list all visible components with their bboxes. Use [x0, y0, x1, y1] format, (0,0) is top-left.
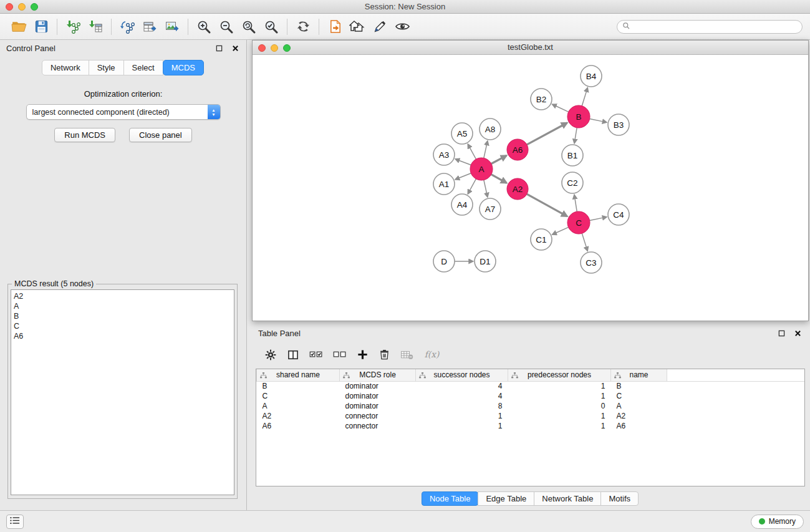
- column-header[interactable]: MCDS role: [340, 369, 416, 381]
- graph-edge[interactable]: [590, 119, 607, 123]
- deselect-all-button[interactable]: [333, 349, 347, 362]
- task-history-button[interactable]: [6, 515, 24, 529]
- table-cell[interactable]: 1: [508, 381, 611, 391]
- graph-edge[interactable]: [527, 194, 567, 216]
- graph-node[interactable]: D1: [475, 251, 496, 272]
- table-cell[interactable]: A6: [257, 421, 340, 431]
- graph-node[interactable]: A6: [507, 139, 528, 160]
- result-item[interactable]: C: [11, 321, 234, 331]
- graph-node[interactable]: A2: [507, 178, 528, 200]
- tab-network-table[interactable]: Network Table: [534, 491, 601, 506]
- column-header[interactable]: shared name: [257, 369, 340, 381]
- zoom-out-button[interactable]: [215, 16, 238, 37]
- graph-edge[interactable]: [468, 144, 476, 159]
- delete-table-button[interactable]: [400, 349, 413, 362]
- table-cell[interactable]: C: [257, 391, 340, 401]
- graph-node[interactable]: A: [470, 158, 493, 180]
- gear-button[interactable]: [264, 349, 277, 363]
- table-cell[interactable]: connector: [340, 421, 416, 431]
- graph-edge[interactable]: [455, 159, 471, 165]
- graph-node[interactable]: A3: [433, 144, 455, 165]
- tab-motifs[interactable]: Motifs: [600, 491, 639, 506]
- table-cell[interactable]: 1: [508, 421, 611, 431]
- graph-edge[interactable]: [574, 128, 577, 143]
- graph-edge[interactable]: [491, 155, 506, 163]
- column-header[interactable]: predecessor nodes: [508, 369, 611, 381]
- table-close-panel-icon[interactable]: [793, 328, 803, 338]
- graph-node[interactable]: C: [567, 211, 590, 234]
- graph-node[interactable]: C3: [581, 252, 602, 273]
- function-button[interactable]: f(x): [423, 349, 443, 362]
- network-minimize-button[interactable]: [271, 44, 278, 52]
- network-canvas[interactable]: B4B2BB3A8A5A6B1A3AC2A1A2A4A7C4CC1DD1C3: [253, 56, 807, 321]
- table-cell[interactable]: 1: [508, 391, 611, 401]
- table-cell[interactable]: 4: [416, 391, 508, 401]
- select-all-button[interactable]: [309, 349, 323, 362]
- search-input[interactable]: [634, 22, 797, 31]
- eye-button[interactable]: [391, 16, 413, 37]
- table-row[interactable]: Bdominator41B: [257, 381, 805, 391]
- table-cell[interactable]: A: [611, 401, 667, 411]
- table-cell[interactable]: A6: [611, 421, 667, 431]
- tab-network[interactable]: Network: [42, 60, 89, 75]
- search-box[interactable]: [617, 20, 803, 34]
- close-panel-icon[interactable]: [230, 43, 240, 53]
- graph-edge[interactable]: [552, 227, 569, 235]
- zoom-selected-button[interactable]: [260, 16, 282, 37]
- graph-node[interactable]: A5: [451, 123, 473, 144]
- graph-edge[interactable]: [582, 233, 587, 251]
- columns-button[interactable]: [287, 349, 299, 363]
- table-float-panel-icon[interactable]: [776, 328, 786, 338]
- pen-button[interactable]: [369, 16, 391, 37]
- memory-button[interactable]: Memory: [751, 515, 804, 529]
- graph-node[interactable]: C1: [531, 229, 552, 250]
- table-row[interactable]: Adominator80A: [257, 401, 805, 411]
- minimize-window-button[interactable]: [18, 3, 26, 11]
- table-cell[interactable]: 1: [508, 411, 611, 421]
- result-item[interactable]: A6: [11, 331, 234, 341]
- graph-node[interactable]: A1: [433, 173, 455, 195]
- graph-node[interactable]: B3: [608, 114, 629, 135]
- table-cell[interactable]: dominator: [340, 401, 416, 411]
- graph-node[interactable]: C4: [608, 204, 629, 225]
- table-cell[interactable]: 8: [416, 401, 508, 411]
- column-header[interactable]: name: [611, 369, 667, 381]
- graph-node[interactable]: B2: [531, 89, 552, 110]
- table-cell[interactable]: B: [611, 381, 667, 391]
- tab-select[interactable]: Select: [123, 60, 163, 75]
- graph-node[interactable]: A4: [451, 194, 473, 215]
- table-cell[interactable]: 1: [416, 411, 508, 421]
- delete-row-button[interactable]: [378, 349, 390, 362]
- table-cell[interactable]: B: [257, 381, 340, 391]
- table-cell[interactable]: dominator: [340, 391, 416, 401]
- import-table-file-button[interactable]: [84, 16, 107, 37]
- graph-edge[interactable]: [484, 180, 488, 197]
- table-cell[interactable]: 4: [416, 381, 508, 391]
- network-close-button[interactable]: [258, 44, 266, 52]
- add-row-button[interactable]: [357, 349, 369, 362]
- graph-node[interactable]: B: [567, 105, 590, 128]
- refresh-button[interactable]: [292, 16, 314, 37]
- table-cell[interactable]: A2: [611, 411, 667, 421]
- zoom-in-button[interactable]: [193, 16, 215, 37]
- column-header[interactable]: successor nodes: [416, 369, 508, 381]
- mcds-result-list[interactable]: A2ABCA6: [11, 289, 234, 495]
- graph-node[interactable]: A8: [480, 118, 501, 140]
- session-document-button[interactable]: [324, 16, 346, 37]
- save-session-button[interactable]: [30, 16, 52, 37]
- graph-edge[interactable]: [552, 104, 569, 112]
- table-cell[interactable]: 0: [508, 401, 611, 411]
- float-panel-icon[interactable]: [214, 43, 224, 53]
- graph-node[interactable]: D: [433, 251, 455, 272]
- import-network-file-button[interactable]: [62, 16, 84, 37]
- open-file-button[interactable]: [7, 16, 30, 37]
- result-item[interactable]: B: [11, 311, 234, 321]
- result-item[interactable]: A2: [11, 291, 234, 301]
- criterion-dropdown[interactable]: largest connected component (directed) ▲…: [26, 104, 221, 120]
- table-row[interactable]: Cdominator41C: [257, 391, 805, 401]
- zoom-fit-button[interactable]: [238, 16, 260, 37]
- export-image-button[interactable]: [161, 16, 183, 37]
- graph-edge[interactable]: [527, 123, 567, 145]
- table-row[interactable]: A2connector11A2: [257, 411, 805, 421]
- graph-node[interactable]: B4: [581, 65, 602, 87]
